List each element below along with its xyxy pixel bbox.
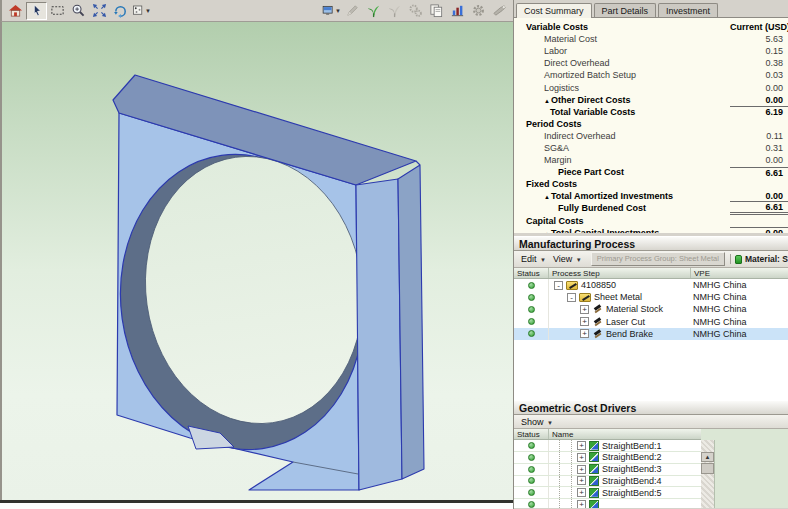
cost-row-label: SG&A [514,143,730,153]
gcd-row[interactable]: + [514,499,701,508]
status-cell [514,487,549,498]
primary-process-group-button[interactable]: Primary Process Group: Sheet Metal [591,252,725,266]
collapse-arrow-icon[interactable]: ▲ [544,194,550,200]
process-step-row[interactable]: +Laser CutNMHG China [514,316,788,328]
scroll-up-button[interactable]: ▲ [701,452,714,462]
home-icon[interactable] [5,2,26,20]
tab-bar: Cost SummaryPart DetailsInvestment [514,0,788,17]
analysis-pane: Cost SummaryPart DetailsInvestment Varia… [513,0,788,509]
tree-expander[interactable]: + [577,441,586,450]
view-options-icon[interactable]: ▼ [131,2,152,20]
edit-menu[interactable]: Edit ▼ [521,254,546,264]
process-step-row[interactable]: +Bend BrakeNMHG China [514,328,788,340]
process-step-row[interactable]: +Material StockNMHG China [514,303,788,315]
tab-cost-summary[interactable]: Cost Summary [516,3,592,18]
gcd-row[interactable]: +StraightBend:3 [514,464,701,476]
tab-investment[interactable]: Investment [658,3,718,17]
cost-row: Margin0.00 [514,154,788,166]
gcd-name-cell: + [549,499,701,508]
gcd-row[interactable]: +StraightBend:4 [514,476,701,488]
cost-row: Material Cost5.63 [514,33,788,45]
view-options-dropdown-arrow[interactable]: ▼ [145,8,151,14]
edit-scenario-icon[interactable] [342,2,363,20]
gcd-row[interactable]: +StraightBend:2 [514,452,701,464]
collapse-arrow-icon[interactable]: ▲ [544,98,550,104]
tree-expander[interactable]: + [577,476,586,485]
viewer-toolbar: ▼ ▼ [0,0,513,22]
cost-row-label: Material Cost [514,34,730,44]
snapshot-icon[interactable]: ▼ [321,2,342,20]
cost-row-value: 6.61 [730,167,788,178]
status-ok-icon [528,306,535,313]
process-step-row[interactable]: -4108850NMHG China [514,279,788,291]
tree-expander[interactable]: + [580,329,589,338]
cost-row-value: 6.19 [730,106,788,117]
gcd-row[interactable]: +StraightBend:1 [514,440,701,452]
part-right-flange-side [398,165,424,479]
scrollbar-thumb[interactable] [701,463,714,474]
cost-disabled-icon[interactable] [384,2,405,20]
settings-gear-icon[interactable] [468,2,489,20]
process-operation-icon [592,329,603,339]
geometric-cost-drivers-rows: +StraightBend:1+StraightBend:2+StraightB… [514,440,701,508]
vertical-scrollbar[interactable]: ▲ [701,440,714,508]
column-header-status[interactable]: Status [514,268,549,278]
gcd-row[interactable]: +StraightBend:5 [514,487,701,499]
status-cell [514,316,549,328]
vpe-cell: NMHG China [690,329,788,339]
design-tool-icon[interactable] [489,2,510,20]
tree-expander[interactable]: - [567,293,576,302]
zoom-icon[interactable] [68,2,89,20]
collapse-arrow-icon[interactable]: ▲ [544,231,550,233]
straight-bend-icon [589,452,599,462]
status-ok-icon [528,282,535,289]
tree-guide-line [571,499,572,508]
tree-expander[interactable]: + [580,305,589,314]
status-cell [514,464,549,475]
manufacturing-process-title: Manufacturing Process [514,236,788,251]
status-cell [514,291,549,303]
cost-row: ▲Other Direct Costs0.00 [514,94,788,106]
tree-expander[interactable]: + [577,500,586,508]
status-cell [514,303,549,315]
machines-icon[interactable] [405,2,426,20]
chart-icon[interactable] [447,2,468,20]
process-step-cell: +Laser Cut [549,316,690,328]
viewer-pane: ▼ ▼ [0,0,513,509]
column-header-vpe[interactable]: VPE [691,268,788,278]
tree-guide-line [571,452,572,463]
copy-scenario-icon[interactable] [426,2,447,20]
material-icon [735,255,742,264]
sheet-metal-part-3d [2,22,515,500]
vpe-cell: NMHG China [690,317,788,327]
marquee-select-icon[interactable] [47,2,68,20]
gcd-name-cell: +StraightBend:2 [549,452,701,463]
process-operation-icon [592,317,603,327]
view-menu[interactable]: View ▼ [553,254,582,264]
cost-scenario-icon[interactable] [363,2,384,20]
material-label[interactable]: Material: Steel- HR- 1 [730,254,788,264]
tree-expander[interactable]: - [554,281,563,290]
snapshot-dropdown-arrow[interactable]: ▼ [335,8,341,14]
show-menu-arrow: ▼ [547,420,553,426]
column-header-status[interactable]: Status [514,429,549,439]
rotate-view-icon[interactable] [110,2,131,20]
tab-part-details[interactable]: Part Details [594,3,657,17]
status-ok-icon [528,489,535,496]
tree-expander[interactable]: + [580,317,589,326]
show-menu[interactable]: Show ▼ [521,417,553,427]
status-cell [514,279,549,291]
gcd-name-cell: +StraightBend:4 [549,476,701,487]
3d-viewport[interactable] [0,22,513,500]
column-header-process-step[interactable]: Process Step [549,268,691,278]
process-step-label: Bend Brake [606,329,653,339]
tree-expander[interactable]: + [577,453,586,462]
column-header-name[interactable]: Name [549,429,701,439]
process-step-row[interactable]: -Sheet MetalNMHG China [514,291,788,303]
tree-expander[interactable]: + [577,465,586,474]
process-step-cell: -4108850 [549,279,690,291]
tree-expander[interactable]: + [577,488,586,497]
select-cursor-icon[interactable] [26,2,47,20]
manufacturing-process-toolbar: Edit ▼ View ▼ Primary Process Group: She… [514,251,788,268]
fit-view-icon[interactable] [89,2,110,20]
